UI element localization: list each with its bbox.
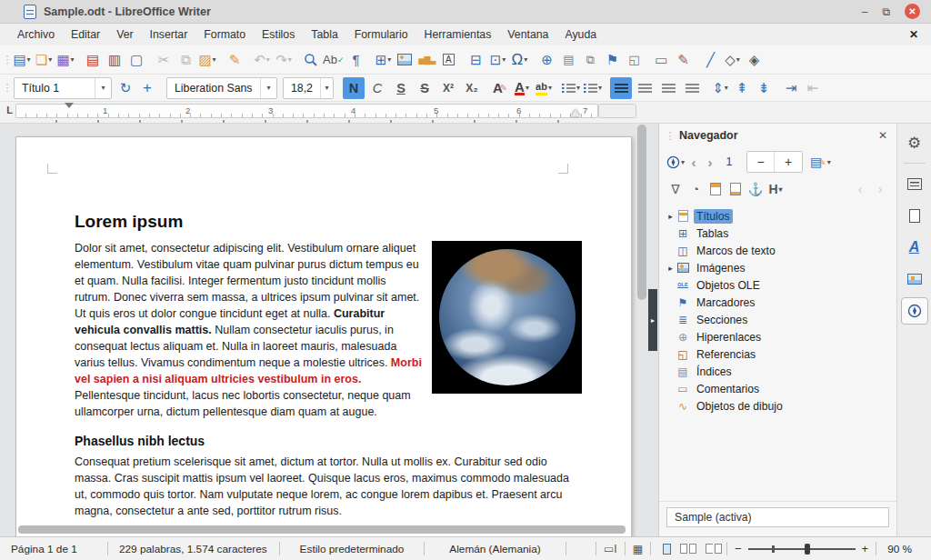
line-spacing-button[interactable]: ⇕▾ xyxy=(710,77,730,99)
menu-editar[interactable]: Editar xyxy=(63,25,108,44)
dropdown-arrow[interactable]: ▾ xyxy=(27,55,31,64)
redo-button[interactable]: ↷▾ xyxy=(274,49,294,71)
set-reminder-button[interactable]: ◔ xyxy=(686,179,705,199)
tree-item-referencias[interactable]: ◱ Referencias xyxy=(665,345,895,363)
tree-item-comentarios[interactable]: ▭ Comentarios xyxy=(665,380,895,397)
special-character-button[interactable]: Ω▾ xyxy=(509,49,529,71)
save-button[interactable]: ▦▾ xyxy=(55,49,75,71)
menu-estilos[interactable]: Estilos xyxy=(254,25,303,44)
heading-levels-button[interactable]: H▾ xyxy=(766,179,785,199)
decrease-indent-button[interactable]: ⇤ xyxy=(803,77,823,99)
align-center-button[interactable] xyxy=(634,77,656,99)
undo-button[interactable]: ↶▾ xyxy=(252,49,272,71)
bold-button[interactable]: N xyxy=(343,77,365,99)
promote-level-button[interactable]: ‹ xyxy=(851,179,869,199)
page-number-field[interactable]: 1 xyxy=(719,155,739,168)
dropdown-arrow[interactable]: ▾ xyxy=(387,55,391,64)
tab-page[interactable] xyxy=(901,202,928,229)
restore-button[interactable]: ⧉ xyxy=(882,6,890,17)
open-button[interactable]: ❏▾ xyxy=(34,49,54,71)
dropdown-arrow[interactable]: ▾ xyxy=(725,84,728,92)
insert-chart-button[interactable]: ▅▇▃ xyxy=(416,49,436,71)
update-style-button[interactable]: ↻ xyxy=(115,77,135,99)
insert-text-box-button[interactable]: A xyxy=(438,49,458,71)
content-view-filter-button[interactable]: ∇ xyxy=(666,179,685,199)
menu-ver[interactable]: Ver xyxy=(108,25,141,44)
align-left-button[interactable] xyxy=(610,77,632,99)
sidebar-hide-handle[interactable]: ▸ xyxy=(648,289,657,351)
dropdown-arrow[interactable]: ▾ xyxy=(526,84,529,92)
dropdown-arrow[interactable]: ▾ xyxy=(502,55,506,64)
page-style-status[interactable]: Estilo predeterminado xyxy=(280,543,424,555)
zoom-in-icon[interactable]: + xyxy=(862,542,869,555)
zoom-out-icon[interactable]: − xyxy=(735,542,742,555)
word-count-status[interactable]: 229 palabras, 1.574 caracteres xyxy=(108,543,279,555)
clone-formatting-button[interactable]: ✎ xyxy=(225,49,245,71)
tree-item-indices[interactable]: ▤ Índices xyxy=(665,363,895,380)
drag-mode-button[interactable]: ▤✎▾ xyxy=(810,152,831,172)
anchor-text-button[interactable]: ⚓ xyxy=(746,179,765,199)
ruler[interactable]: L 1 2 3 4 5 6 7 xyxy=(0,102,931,124)
page-increment-button[interactable]: + xyxy=(775,152,802,172)
menu-formato[interactable]: Formato xyxy=(195,25,254,44)
language-status[interactable]: Alemán (Alemania) xyxy=(425,543,566,555)
spelling-button[interactable]: Ab✓ xyxy=(323,49,344,71)
tree-item-tablas[interactable]: ⊞ Tablas xyxy=(665,225,895,242)
menu-herramientas[interactable]: Herramientas xyxy=(416,25,500,44)
insert-footnote-button[interactable]: ▤ xyxy=(558,49,578,71)
justify-button[interactable] xyxy=(681,77,703,99)
highlight-color-button[interactable]: ab▾ xyxy=(534,77,554,99)
tab-properties[interactable] xyxy=(901,170,928,197)
chevron-down-icon[interactable]: ▾ xyxy=(95,78,111,98)
dropdown-arrow[interactable]: ▾ xyxy=(48,55,52,64)
bullet-list-button[interactable]: ▾ xyxy=(561,77,581,99)
new-style-button[interactable]: + xyxy=(137,77,157,99)
earth-image[interactable] xyxy=(432,241,582,394)
expand-arrow-icon[interactable]: ▸ xyxy=(665,212,676,221)
insert-comment-button[interactable]: ▭ xyxy=(651,49,671,71)
selection-mode-icon[interactable]: ▭I xyxy=(596,543,625,555)
zoom-track[interactable] xyxy=(748,548,856,550)
insert-table-button[interactable]: ⊞▾ xyxy=(373,49,393,71)
basic-shapes-button[interactable]: ◇▾ xyxy=(722,49,742,71)
active-document-select[interactable]: Sample (activa) xyxy=(666,507,889,527)
dropdown-arrow[interactable]: ▾ xyxy=(213,55,216,64)
decrease-paragraph-spacing-button[interactable]: ⇟ xyxy=(754,77,774,99)
insert-endnote-button[interactable]: ⧉ xyxy=(580,49,600,71)
insert-field-button[interactable]: ⊡▾ xyxy=(487,49,507,71)
dropdown-arrow[interactable]: ▾ xyxy=(548,84,552,92)
tree-item-objetos-dibujo[interactable]: ∿ Objetos de dibujo xyxy=(665,397,895,415)
dropdown-arrow[interactable]: ▾ xyxy=(576,84,580,92)
previous-button[interactable]: ‹ xyxy=(686,152,701,172)
paragraph-style-combo[interactable]: Título 1 ▾ xyxy=(14,77,112,99)
chevron-down-icon[interactable]: ▾ xyxy=(260,78,276,98)
dropdown-arrow[interactable]: ▾ xyxy=(598,84,602,92)
increase-indent-button[interactable]: ⇥ xyxy=(781,77,801,99)
superscript-button[interactable]: X² xyxy=(437,77,459,99)
insert-hyperlink-button[interactable]: ⊕ xyxy=(536,49,556,71)
dropdown-arrow[interactable]: ▾ xyxy=(736,55,740,64)
menu-ayuda[interactable]: Ayuda xyxy=(556,25,605,44)
expand-arrow-icon[interactable]: ▸ xyxy=(665,264,676,273)
insert-image-button[interactable] xyxy=(395,49,415,71)
document-paragraph-2[interactable]: Consequat pretium scelerisque sit amet, … xyxy=(75,454,582,519)
document-canvas[interactable]: Lorem ipsum Dolor sit amet, consectetur … xyxy=(0,124,647,536)
formatting-marks-button[interactable]: ¶ xyxy=(345,49,365,71)
demote-level-button[interactable]: › xyxy=(871,179,889,199)
document-paragraph-1[interactable]: Dolor sit amet, consectetur adipiscing e… xyxy=(75,240,582,420)
chevron-down-icon[interactable]: ▾ xyxy=(320,78,333,98)
zoom-thumb[interactable] xyxy=(805,544,810,555)
document-heading-2[interactable]: Phasellus nibh lectus xyxy=(75,434,582,448)
find-replace-button[interactable] xyxy=(301,49,321,71)
cut-button[interactable]: ✂ xyxy=(154,49,174,71)
underline-button[interactable]: S xyxy=(390,77,412,99)
strikethrough-button[interactable]: S xyxy=(414,77,435,99)
dropdown-arrow[interactable]: ▾ xyxy=(779,185,783,194)
print-preview-button[interactable]: ▢ xyxy=(126,49,146,71)
document-heading-1[interactable]: Lorem ipsum xyxy=(75,212,582,232)
copy-button[interactable]: ⧉ xyxy=(175,49,195,71)
tree-item-hiperenlaces[interactable]: ⊕ Hiperenlaces xyxy=(665,328,895,345)
export-pdf-button[interactable]: ▤ xyxy=(83,49,103,71)
numbered-list-button[interactable]: ▾ xyxy=(583,77,603,99)
tab-gallery[interactable] xyxy=(901,265,928,293)
